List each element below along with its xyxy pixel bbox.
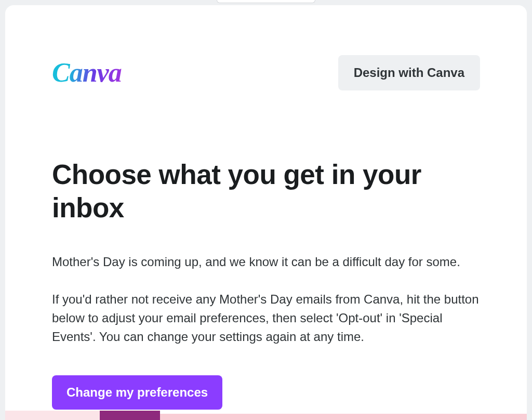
design-with-canva-button[interactable]: Design with Canva [338,55,480,90]
canva-logo: Canva [52,59,122,86]
browser-tab-stub [217,0,315,3]
body-paragraph-1: Mother's Day is coming up, and we know i… [52,253,480,271]
change-preferences-button[interactable]: Change my preferences [52,375,222,410]
email-card: Canva Design with Canva Choose what you … [5,5,527,420]
header-row: Canva Design with Canva [52,55,480,90]
footer-pink-right [160,414,527,420]
footer-purple-strip [100,411,160,420]
footer-pink-left [5,411,100,420]
page-heading: Choose what you get in your inbox [52,158,480,224]
body-paragraph-2: If you'd rather not receive any Mother's… [52,290,480,346]
footer-decorative-graphic [5,411,527,420]
